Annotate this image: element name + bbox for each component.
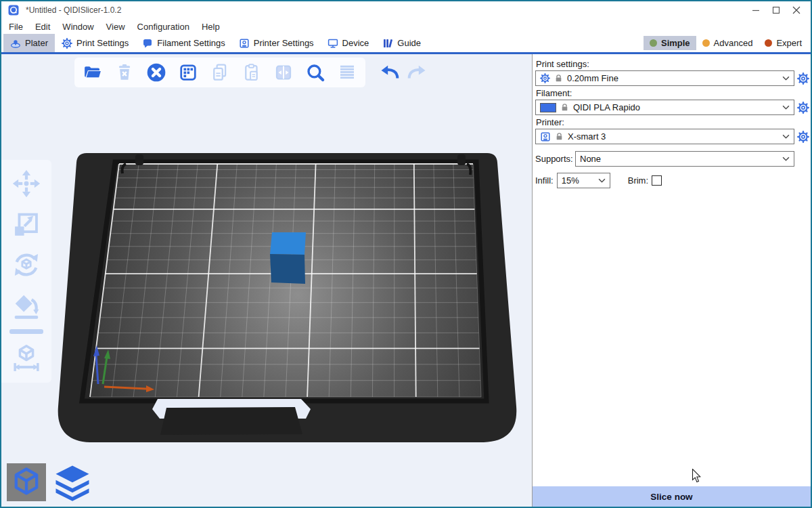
chevron-down-icon (782, 156, 790, 161)
menu-item-help[interactable]: Help (196, 22, 226, 32)
measure-icon (11, 342, 42, 373)
redo-icon (405, 61, 428, 84)
chevron-down-icon (782, 76, 790, 81)
copy-button[interactable] (208, 60, 232, 85)
mode-advanced[interactable]: Advanced (696, 36, 759, 50)
split-view-button[interactable] (271, 60, 296, 85)
printer-icon (540, 131, 551, 142)
tab-plater[interactable]: Plater (3, 34, 55, 52)
print-settings-gear-button[interactable] (797, 72, 809, 85)
supports-value: None (580, 154, 601, 164)
tab-label: Printer Settings (254, 38, 314, 48)
expert-dot-icon (765, 39, 772, 47)
app-window: *Untitled - QIDISlicer-1.0.2 File Edit W… (0, 0, 812, 508)
app-logo-icon (8, 5, 19, 16)
move-icon (11, 168, 42, 199)
move-tool-button[interactable] (9, 167, 43, 200)
mode-simple[interactable]: Simple (644, 36, 696, 50)
measure-tool-button[interactable] (9, 341, 43, 375)
close-button[interactable] (786, 3, 807, 18)
maximize-icon (772, 6, 780, 14)
tab-label: Filament Settings (157, 38, 225, 48)
menu-item-window[interactable]: Window (56, 22, 99, 32)
title-bar: *Untitled - QIDISlicer-1.0.2 (1, 1, 811, 19)
tab-filament-settings[interactable]: Filament Settings (135, 34, 231, 52)
view-switch (7, 463, 92, 501)
menu-item-edit[interactable]: Edit (29, 22, 56, 32)
viewport-3d[interactable] (1, 54, 532, 507)
slice-now-button[interactable]: Slice now (533, 486, 811, 507)
tab-label: Device (342, 38, 369, 48)
print-settings-value: 0.20mm Fine (567, 73, 618, 83)
3d-view-cube-icon (9, 465, 44, 500)
filament-label: Filament: (536, 88, 809, 98)
bed-scene (1, 54, 532, 507)
tab-device[interactable]: Device (321, 34, 376, 52)
filament-gear-button[interactable] (797, 102, 809, 114)
copy-icon (210, 62, 230, 83)
chevron-down-icon (782, 134, 790, 139)
infill-label: Infill: (535, 175, 554, 186)
tab-guide[interactable]: Guide (376, 34, 428, 52)
bed-handle-bar (160, 407, 302, 435)
window-title: *Untitled - QIDISlicer-1.0.2 (26, 5, 121, 15)
open-button[interactable] (81, 60, 105, 85)
place-on-face-tool-button[interactable] (9, 289, 43, 322)
arrange-button[interactable] (176, 60, 200, 85)
simple-dot-icon (650, 39, 657, 47)
variable-layer-height-button[interactable] (335, 60, 359, 85)
rotate-tool-button[interactable] (9, 248, 43, 282)
filament-icon (142, 38, 153, 49)
mode-expert[interactable]: Expert (759, 36, 808, 50)
books-icon (382, 38, 393, 49)
3d-editor-view-button[interactable] (7, 463, 46, 501)
close-icon (792, 6, 800, 14)
infill-combo[interactable]: 15% (557, 173, 610, 188)
tab-print-settings[interactable]: Print Settings (55, 34, 135, 52)
tab-label: Guide (397, 38, 421, 48)
print-settings-combo[interactable]: 0.20mm Fine (535, 70, 794, 86)
printer-icon (239, 38, 250, 49)
print-bed (58, 153, 517, 442)
tab-label: Print Settings (76, 38, 129, 48)
gear-icon (797, 131, 809, 143)
split-view-icon (273, 62, 294, 83)
filament-combo[interactable]: QIDI PLA Rapido (535, 100, 794, 115)
open-folder-icon (83, 62, 103, 83)
brim-label: Brim: (628, 175, 648, 186)
minimize-icon (752, 6, 760, 14)
lock-icon (560, 103, 569, 112)
arrange-icon (178, 62, 198, 83)
delete-button[interactable] (112, 60, 137, 85)
menu-item-configuration[interactable]: Configuration (131, 22, 196, 32)
place-on-face-icon (11, 290, 42, 321)
printer-combo[interactable]: X-smart 3 (535, 129, 794, 144)
menu-item-view[interactable]: View (100, 22, 131, 32)
gear-icon (797, 102, 809, 114)
supports-label: Supports: (535, 154, 575, 164)
plater-icon (10, 38, 21, 49)
layers-icon (337, 62, 357, 83)
lock-icon (555, 132, 564, 141)
trash-icon (114, 62, 135, 83)
model-cube[interactable] (270, 232, 306, 284)
brim-checkbox[interactable] (652, 175, 662, 186)
delete-all-button[interactable] (144, 60, 168, 85)
supports-combo[interactable]: None (575, 151, 794, 167)
redo-button[interactable] (405, 60, 429, 85)
maximize-button[interactable] (766, 3, 786, 18)
printer-gear-button[interactable] (797, 131, 809, 143)
search-button[interactable] (303, 60, 328, 85)
delete-all-icon (145, 62, 167, 83)
preview-view-button[interactable] (53, 463, 92, 501)
paste-button[interactable] (240, 60, 264, 85)
rotate-icon (11, 249, 42, 280)
scale-tool-button[interactable] (9, 207, 43, 241)
tab-printer-settings[interactable]: Printer Settings (232, 34, 321, 52)
tab-label: Plater (25, 38, 48, 48)
menu-item-file[interactable]: File (3, 22, 29, 32)
minimize-button[interactable] (746, 3, 766, 18)
chevron-down-icon (598, 178, 606, 183)
undo-button[interactable] (378, 60, 402, 85)
printer-value: X-smart 3 (568, 131, 606, 142)
